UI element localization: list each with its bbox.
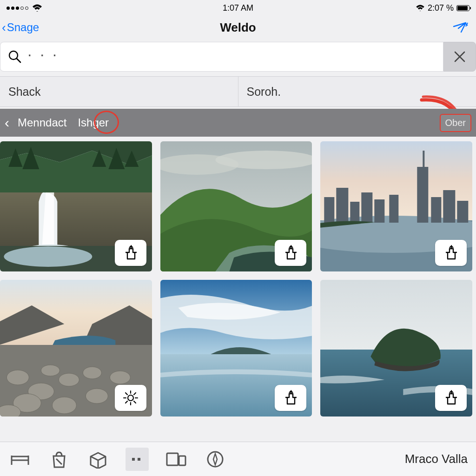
- bed-icon: [10, 451, 30, 468]
- svg-point-33: [41, 365, 60, 376]
- search-input[interactable]: · · ·: [0, 42, 443, 72]
- svg-point-34: [110, 371, 130, 384]
- battery-icon: [456, 5, 469, 11]
- share-icon: [443, 245, 459, 261]
- svg-rect-14: [337, 188, 349, 223]
- wifi-icon: [32, 4, 42, 12]
- segment-shack[interactable]: Shack: [0, 77, 238, 106]
- status-bar: 1:07 AM 2:07 %: [0, 0, 476, 16]
- clear-search-button[interactable]: [443, 42, 476, 72]
- status-left: [7, 4, 161, 12]
- svg-rect-51: [167, 453, 178, 465]
- tile-waterfall[interactable]: [0, 141, 152, 271]
- svg-point-29: [52, 397, 76, 414]
- segment-label: Shack: [8, 85, 40, 99]
- svg-line-1: [17, 59, 20, 62]
- share-plane-icon: [452, 20, 469, 35]
- svg-rect-21: [443, 190, 456, 223]
- tile-calm-sea[interactable]: [160, 280, 312, 416]
- svg-rect-52: [179, 456, 185, 465]
- more-icon: [130, 456, 144, 463]
- chevron-left-icon[interactable]: ‹: [5, 115, 12, 131]
- compass-icon: [206, 450, 225, 469]
- svg-rect-19: [417, 167, 429, 223]
- breadcrumb-menndact[interactable]: Menndact: [12, 114, 72, 131]
- svg-rect-17: [375, 199, 385, 223]
- tile-action-button[interactable]: [115, 240, 146, 266]
- share-icon: [123, 245, 139, 261]
- svg-line-41: [134, 401, 136, 403]
- svg-rect-50: [138, 458, 140, 461]
- tile-action-button[interactable]: [275, 385, 306, 411]
- toolbar-user-label[interactable]: Mraco Valla: [405, 452, 468, 466]
- svg-line-42: [134, 393, 136, 395]
- svg-point-6: [4, 246, 92, 267]
- chevron-left-icon: ‹: [2, 21, 6, 33]
- toolbar-devices-button[interactable]: [165, 448, 188, 471]
- bag-icon: [50, 450, 68, 469]
- svg-line-40: [126, 393, 127, 395]
- close-icon: [452, 49, 467, 64]
- svg-point-31: [83, 367, 101, 379]
- svg-rect-15: [350, 202, 360, 223]
- tile-action-button[interactable]: [275, 240, 306, 266]
- svg-point-30: [86, 389, 108, 403]
- back-button[interactable]: ‹ Snage: [0, 21, 236, 34]
- tile-action-button[interactable]: [435, 240, 467, 266]
- wifi-icon: [416, 5, 425, 11]
- breadcrumb-bar: ‹ Menndact Ishger Ober: [0, 109, 476, 137]
- tile-action-button[interactable]: [115, 385, 146, 411]
- box-icon: [88, 450, 108, 469]
- share-icon: [283, 390, 298, 406]
- toolbar-furniture-button[interactable]: [8, 448, 32, 471]
- battery-text: 2:07 %: [428, 3, 454, 13]
- svg-line-43: [126, 401, 127, 403]
- share-icon: [443, 390, 459, 406]
- nav-action-button[interactable]: [236, 20, 469, 35]
- toolbar-bag-button[interactable]: [47, 448, 71, 471]
- tile-action-button[interactable]: [435, 385, 467, 411]
- svg-rect-18: [390, 195, 399, 223]
- breadcrumb-ishger[interactable]: Ishger: [72, 114, 114, 131]
- svg-point-35: [128, 395, 133, 401]
- svg-rect-49: [132, 458, 135, 461]
- tile-hills[interactable]: [160, 141, 312, 271]
- toolbar-compass-button[interactable]: [204, 448, 227, 471]
- photo-grid: [0, 137, 476, 421]
- svg-rect-20: [431, 197, 442, 223]
- sun-icon: [122, 390, 139, 406]
- svg-line-48: [56, 459, 62, 464]
- breadcrumb-ober-button[interactable]: Ober: [440, 114, 471, 132]
- devices-icon: [165, 450, 187, 468]
- svg-rect-16: [362, 192, 373, 223]
- tile-skyline[interactable]: [320, 141, 472, 271]
- toolbar-box-button[interactable]: [86, 448, 110, 471]
- svg-point-25: [7, 370, 29, 385]
- tile-island[interactable]: [320, 280, 472, 416]
- segment-control: Shack Soroh.: [0, 76, 476, 107]
- segment-soroh[interactable]: Soroh.: [238, 77, 476, 106]
- svg-rect-13: [324, 197, 335, 223]
- search-row: · · ·: [0, 42, 476, 72]
- bottom-toolbar: Mraco Valla: [0, 442, 476, 476]
- segment-label: Soroh.: [247, 85, 281, 99]
- tile-rocky-lake[interactable]: [0, 280, 152, 416]
- back-label: Snage: [7, 21, 39, 34]
- status-right: 2:07 %: [315, 3, 469, 13]
- status-time: 1:07 AM: [161, 3, 315, 13]
- signal-dots-icon: [7, 7, 28, 10]
- search-icon: [8, 50, 22, 64]
- svg-point-27: [59, 373, 79, 386]
- nav-bar: ‹ Snage Weldo: [0, 16, 476, 42]
- share-icon: [283, 245, 298, 261]
- toolbar-more-button[interactable]: [126, 448, 149, 471]
- svg-rect-22: [457, 201, 469, 223]
